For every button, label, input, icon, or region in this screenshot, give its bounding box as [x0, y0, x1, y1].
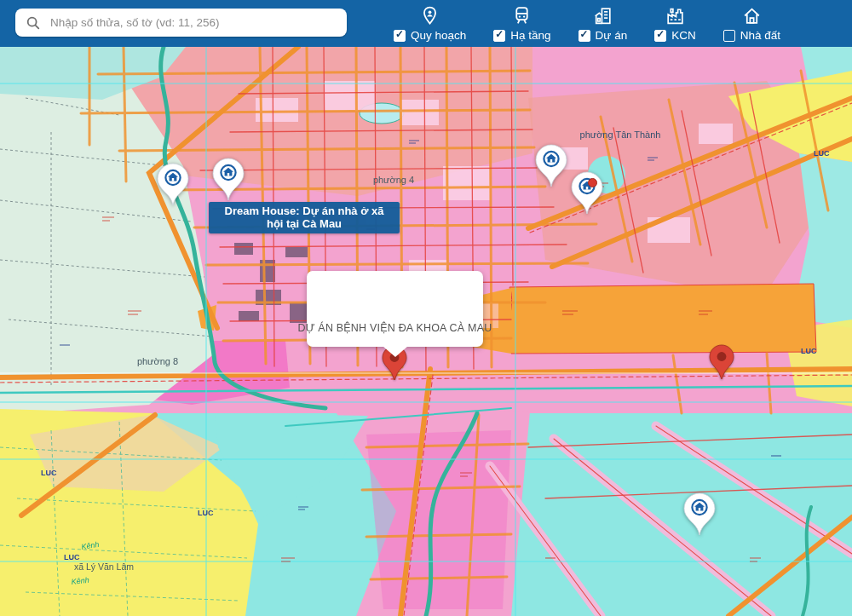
train-icon [511, 4, 532, 26]
du-an-label: Dự án [596, 29, 628, 42]
small-red-marker [588, 178, 597, 187]
map-label-ward-4: phường 4 [373, 175, 414, 185]
popup-arrow [383, 346, 408, 357]
layer-toggle-du-an[interactable]: Dự án [579, 4, 628, 42]
top-bar: Quy hoạch Hạ tầng [0, 0, 852, 47]
housing-project-pin-5[interactable] [683, 492, 716, 537]
layer-toggle-bar: Quy hoạch Hạ tầng [394, 4, 780, 42]
map-location-icon [419, 4, 440, 26]
map-label-xa-ly-van-lam: xã Lý Văn Lâm [74, 561, 134, 572]
kcn-checkbox[interactable] [654, 30, 666, 42]
housing-project-pin-1[interactable] [157, 163, 189, 207]
building-icon [592, 4, 613, 26]
layer-toggle-kcn[interactable]: KCN [654, 4, 696, 42]
layer-toggle-nha-dat[interactable]: Nhà đất [723, 4, 780, 42]
ha-tang-label: Hạ tầng [510, 29, 550, 42]
du-an-checkbox[interactable] [579, 30, 590, 42]
project-location-pin-east[interactable] [709, 344, 734, 380]
nha-dat-checkbox[interactable] [723, 30, 735, 42]
search-input[interactable] [49, 15, 337, 30]
quy-hoach-label: Quy hoạch [411, 29, 466, 42]
map-label-ward-8: phường 8 [137, 356, 178, 366]
map-label-ward-tan-thanh: phường Tân Thành [580, 130, 661, 140]
popup-title: DỰ ÁN BỆNH VIỆN ĐA KHOA CÀ MAU [298, 322, 492, 347]
map-label-luc-3: LUC [198, 509, 214, 517]
map-label-luc-2: LUC [41, 469, 57, 477]
ha-tang-checkbox[interactable] [493, 30, 505, 42]
map-label-luc-4: LUC [814, 149, 830, 158]
parcel-search-box[interactable] [15, 9, 347, 37]
kcn-label: KCN [671, 29, 696, 42]
map-label-luc-1: LUC [64, 553, 80, 561]
search-icon [26, 15, 41, 31]
nha-dat-label: Nhà đất [740, 29, 780, 42]
map-label-luc-5: LUC [801, 347, 817, 355]
layer-toggle-ha-tang[interactable]: Hạ tầng [493, 4, 550, 42]
app-window: Quy hoạch Hạ tầng [0, 0, 852, 616]
quy-hoach-checkbox[interactable] [394, 30, 406, 42]
layer-toggle-quy-hoach[interactable]: Quy hoạch [394, 4, 466, 42]
factory-icon [665, 4, 686, 26]
housing-project-pin-4[interactable] [571, 171, 603, 216]
housing-project-pin-3[interactable] [535, 144, 567, 188]
map-canvas[interactable]: phường 8 phường 4 phường Tân Thành xã Lý… [0, 47, 852, 616]
house-icon [741, 4, 763, 26]
housing-project-pin-2[interactable] [212, 158, 245, 202]
hospital-project-popup[interactable]: DỰ ÁN BỆNH VIỆN ĐA KHOA CÀ MAU [307, 271, 483, 347]
dream-house-tooltip: Dream House: Dự án nhà ở xã hội tại Cà M… [209, 202, 400, 233]
